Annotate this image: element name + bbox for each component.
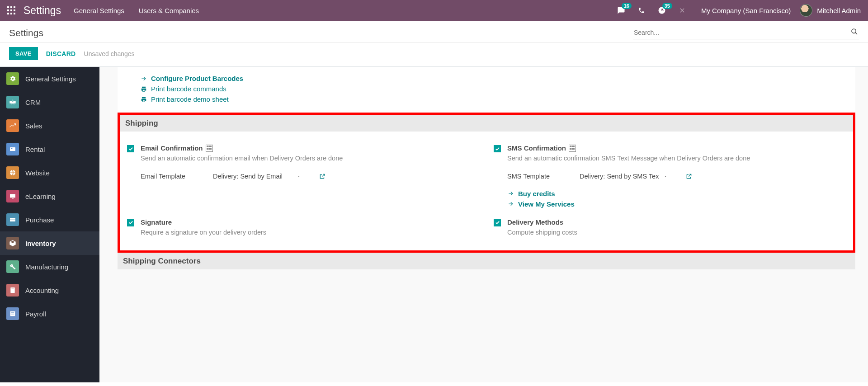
sidebar-item-label: eLearning (25, 193, 56, 200)
view-services-link[interactable]: View My Services (507, 199, 842, 209)
sidebar-item-accounting[interactable]: Accounting (0, 278, 99, 302)
key-icon (6, 143, 19, 155)
barcode-links: Configure Product Barcodes Print barcode… (118, 67, 855, 113)
svg-rect-15 (12, 198, 14, 198)
sidebar-item-general[interactable]: General Settings (0, 67, 99, 90)
discard-button[interactable]: DISCARD (46, 50, 76, 57)
section-shipping: Shipping (120, 115, 853, 132)
sidebar-item-label: Accounting (25, 287, 59, 294)
enterprise-icon (569, 145, 576, 152)
save-button[interactable]: SAVE (9, 47, 38, 60)
external-link-icon[interactable] (319, 173, 326, 179)
unsaved-indicator: Unsaved changes (84, 50, 135, 57)
money-icon (6, 284, 19, 297)
box-icon (6, 237, 19, 249)
setting-desc: Send an automatic confirmation email whe… (141, 154, 476, 164)
configure-barcodes-link[interactable]: Configure Product Barcodes (140, 73, 833, 84)
field-label: SMS Template (507, 173, 566, 180)
external-link-icon[interactable] (686, 173, 692, 179)
sidebar-item-label: CRM (25, 99, 41, 106)
user-menu[interactable]: Mitchell Admin (800, 4, 861, 17)
svg-rect-12 (11, 148, 12, 149)
chart-up-icon (6, 119, 19, 132)
email-template-dropdown[interactable]: Delivery: Send by Email (213, 172, 301, 181)
svg-rect-11 (10, 147, 15, 151)
svg-rect-7 (10, 13, 12, 14)
payroll-icon (6, 307, 19, 320)
svg-rect-1 (10, 6, 12, 8)
arrow-right-icon (507, 190, 514, 197)
svg-rect-19 (11, 289, 14, 289)
sidebar-item-payroll[interactable]: Payroll (0, 302, 99, 325)
highlighted-region: Shipping Email Confirmation Send an auto… (118, 113, 855, 253)
topbar: Settings General Settings Users & Compan… (0, 0, 868, 21)
svg-line-10 (855, 33, 857, 34)
sidebar-item-label: Purchase (25, 216, 54, 224)
svg-rect-8 (14, 13, 15, 14)
setting-desc: Send an automatic confirmation SMS Text … (507, 154, 842, 164)
sidebar-item-label: General Settings (25, 75, 76, 83)
sidebar-item-label: Payroll (25, 310, 46, 318)
checkbox-email[interactable] (127, 145, 134, 152)
debug-icon[interactable] (679, 7, 686, 14)
sidebar-item-rental[interactable]: Rental (0, 137, 99, 161)
arrow-right-icon (507, 201, 514, 207)
section-shipping-connectors: Shipping Connectors (118, 253, 855, 269)
action-bar: SAVE DISCARD Unsaved changes (0, 42, 868, 67)
sidebar-item-label: Manufacturing (25, 263, 68, 271)
svg-rect-4 (10, 9, 12, 11)
apps-icon[interactable] (7, 6, 15, 14)
page-title: Settings (9, 28, 43, 38)
field-label: Email Template (141, 173, 199, 180)
avatar (800, 4, 812, 17)
checkbox-sms[interactable] (494, 145, 501, 152)
svg-rect-14 (10, 194, 15, 198)
sidebar-item-crm[interactable]: CRM (0, 90, 99, 114)
search-input[interactable] (633, 26, 859, 39)
setting-sms-confirmation: SMS Confirmation Send an automatic confi… (486, 140, 853, 214)
sidebar-item-purchase[interactable]: Purchase (0, 208, 99, 231)
svg-rect-18 (10, 287, 14, 293)
svg-rect-3 (7, 9, 9, 11)
sidebar-item-label: Website (25, 169, 50, 177)
svg-rect-6 (7, 13, 9, 14)
printer-icon (140, 86, 147, 92)
main-content[interactable]: Configure Product Barcodes Print barcode… (99, 67, 868, 382)
activities-icon[interactable]: 35 (658, 6, 666, 14)
sidebar-item-inventory[interactable]: Inventory (0, 231, 99, 255)
setting-signature: Signature Require a signature on your de… (120, 214, 486, 242)
breadcrumb-bar: Settings (0, 21, 868, 42)
gear-icon (6, 72, 19, 85)
setting-email-confirmation: Email Confirmation Send an automatic con… (120, 140, 486, 214)
checkbox-delivery[interactable] (494, 219, 501, 226)
sidebar-item-label: Sales (25, 122, 42, 130)
search-icon[interactable] (851, 28, 858, 35)
checkbox-signature[interactable] (127, 219, 134, 226)
svg-rect-17 (10, 219, 15, 219)
sidebar-item-label: Rental (25, 146, 45, 153)
phone-icon[interactable] (638, 7, 645, 14)
activities-badge: 35 (662, 3, 672, 9)
arrow-right-icon (140, 75, 147, 82)
setting-desc: Compute shipping costs (507, 228, 842, 238)
print-barcode-cmds-link[interactable]: Print barcode commands (140, 84, 833, 94)
svg-rect-2 (14, 6, 15, 8)
sidebar-item-sales[interactable]: Sales (0, 114, 99, 137)
company-switcher[interactable]: My Company (San Francisco) (701, 7, 791, 14)
messages-icon[interactable]: 16 (617, 6, 625, 14)
svg-rect-0 (7, 6, 9, 8)
print-barcode-demo-link[interactable]: Print barcode demo sheet (140, 94, 833, 104)
buy-credits-link[interactable]: Buy credits (507, 188, 842, 199)
app-brand[interactable]: Settings (24, 5, 61, 17)
setting-delivery-methods: Delivery Methods Compute shipping costs (486, 214, 853, 242)
credit-card-icon (6, 213, 19, 226)
sms-template-dropdown[interactable]: Delivery: Send by SMS Tex (580, 172, 668, 181)
sidebar-item-manufacturing[interactable]: Manufacturing (0, 255, 99, 278)
svg-point-9 (852, 29, 856, 33)
svg-rect-21 (11, 312, 14, 313)
svg-rect-16 (10, 218, 15, 221)
nav-general-settings[interactable]: General Settings (74, 7, 124, 14)
sidebar-item-elearning[interactable]: eLearning (0, 184, 99, 208)
nav-users-companies[interactable]: Users & Companies (139, 7, 199, 14)
sidebar-item-website[interactable]: Website (0, 161, 99, 184)
